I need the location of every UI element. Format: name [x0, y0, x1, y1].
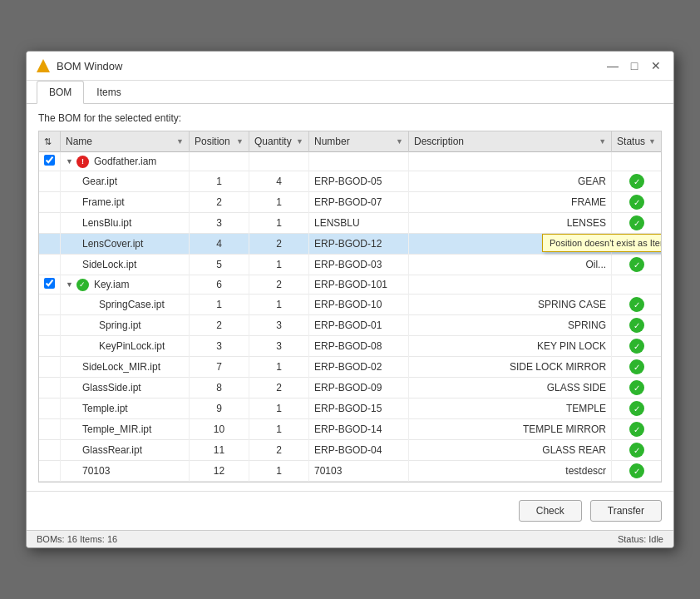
col-name: Name▼ [61, 131, 190, 152]
app-icon [37, 59, 50, 72]
status-ok-icon: ✓ [629, 257, 644, 272]
row-checkbox-cell [39, 255, 61, 275]
table-row[interactable]: LensBlu.ipt 3 1 LENSBLU LENSES ✓ [39, 213, 661, 234]
row-status-cell: ✓ [612, 357, 661, 378]
row-checkbox-cell [39, 213, 61, 234]
table-row[interactable]: GlassRear.ipt 11 2 ERP-BGOD-04 GLASS REA… [39, 440, 661, 461]
window-title: BOM Window [57, 60, 122, 72]
position-filter-icon[interactable]: ▼ [236, 137, 244, 146]
table-row[interactable]: SideLock_MIR.ipt 7 1 ERP-BGOD-02 SIDE LO… [39, 357, 661, 378]
row-name: LensCover.ipt [82, 238, 143, 250]
tab-bom[interactable]: BOM [37, 81, 84, 104]
row-position: 11 [190, 440, 249, 461]
row-name: GlassSide.ipt [82, 382, 141, 394]
close-button[interactable]: ✕ [648, 58, 663, 73]
row-checkbox-cell [39, 378, 61, 399]
row-quantity: 1 [249, 399, 309, 419]
row-checkbox-cell [39, 357, 61, 378]
check-button[interactable]: Check [519, 500, 582, 522]
row-name: Key.iam [94, 279, 129, 290]
table-row[interactable]: ▼ ✓ Key.iam 6 2 ERP-BGOD-101 [39, 275, 661, 295]
row-description: LENSES [409, 213, 612, 234]
row-checkbox-cell[interactable] [39, 152, 61, 171]
row-status-cell [612, 275, 661, 295]
status-filter-icon[interactable]: ▼ [648, 137, 656, 146]
table-row[interactable]: KeyPinLock.ipt 3 3 ERP-BGOD-08 KEY PIN L… [39, 336, 661, 357]
row-description: GLASS REAR [409, 440, 612, 461]
status-ok-icon: ✓ [629, 359, 644, 374]
row-description: FRAME [409, 192, 612, 213]
row-name: LensBlu.ipt [82, 217, 131, 229]
table-row[interactable]: Temple.ipt 9 1 ERP-BGOD-15 TEMPLE ✓ [39, 399, 661, 419]
table-row[interactable]: Frame.ipt 2 1 ERP-BGOD-07 FRAME ✓ [39, 192, 661, 213]
row-name: Frame.ipt [82, 196, 125, 208]
row-name: SideLock.ipt [82, 259, 136, 270]
row-checkbox-cell[interactable] [39, 275, 61, 295]
quantity-filter-icon[interactable]: ▼ [296, 137, 303, 146]
row-position: 10 [190, 419, 249, 440]
row-name-cell: ▼ ! Godfather.iam [61, 152, 190, 171]
table-row[interactable]: SideLock.ipt 5 1 ERP-BGOD-03 Oil... ✓ [39, 255, 661, 275]
row-checkbox[interactable] [44, 278, 55, 289]
row-name-cell: SideLock.ipt [61, 255, 190, 275]
row-name-cell: GlassSide.ipt [61, 378, 190, 399]
row-position: 3 [190, 336, 249, 357]
row-name: Spring.ipt [99, 319, 141, 331]
table-row[interactable]: Temple_MIR.ipt 10 1 ERP-BGOD-14 TEMPLE M… [39, 419, 661, 440]
row-status-cell: ✓ [612, 419, 661, 440]
name-filter-icon[interactable]: ▼ [176, 137, 184, 146]
row-status-cell: ! [612, 234, 661, 255]
status-bar: BOMs: 16 Items: 16 Status: Idle [27, 530, 673, 547]
table-row[interactable]: ▼ ! Godfather.iam [39, 152, 661, 171]
row-checkbox-cell [39, 461, 61, 482]
row-name-cell: SpringCase.ipt [61, 295, 190, 315]
row-name-cell: LensBlu.ipt [61, 213, 190, 234]
bom-table-container: ⇅ Name▼ Position▼ Quantity▼ Number▼ [38, 131, 662, 483]
table-row[interactable]: LensCover.ipt 4 2 ERP-BGOD-12 LENS COVER… [39, 234, 661, 255]
row-name: KeyPinLock.ipt [99, 340, 165, 352]
table-header-row: ⇅ Name▼ Position▼ Quantity▼ Number▼ [39, 131, 661, 152]
tab-items[interactable]: Items [84, 81, 133, 104]
row-name: 70103 [82, 465, 110, 477]
row-description: SPRING [409, 315, 612, 336]
description-filter-icon[interactable]: ▼ [599, 137, 606, 146]
table-row[interactable]: Spring.ipt 2 3 ERP-BGOD-01 SPRING ✓ [39, 315, 661, 336]
row-quantity: 1 [249, 461, 309, 482]
row-name: Godfather.iam [94, 156, 156, 167]
table-row[interactable]: SpringCase.ipt 1 1 ERP-BGOD-10 SPRING CA… [39, 295, 661, 315]
table-row[interactable]: 70103 12 1 70103 testdescr ✓ [39, 461, 661, 482]
expand-icon[interactable]: ▼ [66, 280, 73, 289]
minimize-button[interactable]: — [605, 58, 620, 73]
row-number: ERP-BGOD-03 [309, 255, 409, 275]
row-description: GEAR [409, 171, 612, 192]
row-name-cell: SideLock_MIR.ipt [61, 357, 190, 378]
row-number: ERP-BGOD-09 [309, 378, 409, 399]
row-number: LENSBLU [309, 213, 409, 234]
row-number: ERP-BGOD-14 [309, 419, 409, 440]
row-status-cell: ✓ [612, 315, 661, 336]
row-checkbox-cell [39, 440, 61, 461]
number-filter-icon[interactable]: ▼ [396, 137, 403, 146]
row-checkbox[interactable] [44, 155, 55, 166]
row-status-cell: ✓ [612, 295, 661, 315]
table-row[interactable]: GlassSide.ipt 8 2 ERP-BGOD-09 GLASS SIDE… [39, 378, 661, 399]
status-ok-icon: ✓ [629, 297, 644, 312]
col-quantity: Quantity▼ [249, 131, 309, 152]
row-description: SPRING CASE [409, 295, 612, 315]
row-checkbox-cell [39, 336, 61, 357]
row-checkbox-cell [39, 192, 61, 213]
row-description: testdescr [409, 461, 612, 482]
row-name-cell: ▼ ✓ Key.iam [61, 275, 190, 295]
expand-icon[interactable]: ▼ [66, 157, 73, 166]
row-status-cell [612, 152, 661, 171]
row-quantity: 4 [249, 171, 309, 192]
row-status-cell: ✓ [612, 255, 661, 275]
row-number: ERP-BGOD-07 [309, 192, 409, 213]
table-row[interactable]: Gear.ipt 1 4 ERP-BGOD-05 GEAR ✓ [39, 171, 661, 192]
transfer-button[interactable]: Transfer [590, 500, 662, 522]
maximize-button[interactable]: □ [627, 58, 642, 73]
status-ok-icon: ✓ [629, 443, 644, 458]
title-bar-left: BOM Window [37, 59, 122, 72]
row-position: 2 [190, 315, 249, 336]
col-sort: ⇅ [39, 131, 61, 152]
